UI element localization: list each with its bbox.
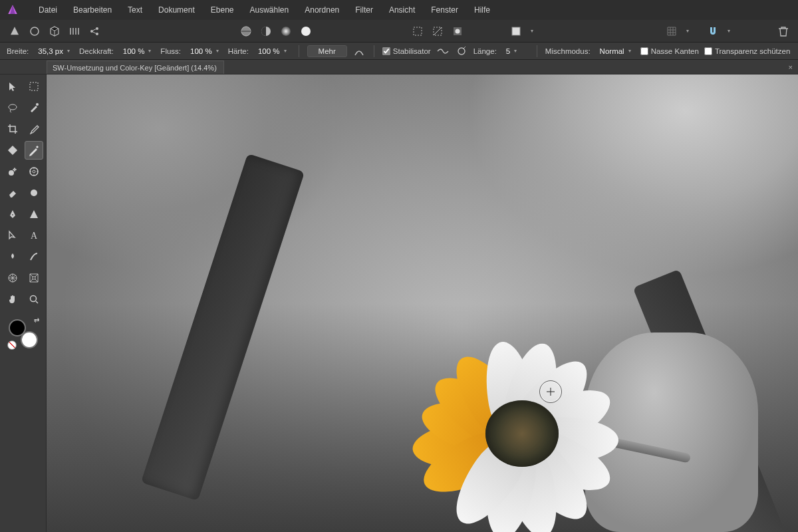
window-mode-icon[interactable] <box>455 45 468 58</box>
separator <box>299 45 299 57</box>
pen-tool[interactable] <box>3 205 22 223</box>
menu-hilfe[interactable]: Hilfe <box>466 0 498 20</box>
node-tool[interactable] <box>3 226 22 245</box>
background-color-well[interactable] <box>21 331 38 348</box>
quickmask-icon[interactable] <box>450 23 466 39</box>
text-tool[interactable]: A <box>25 226 43 245</box>
shape-tool[interactable] <box>25 205 43 223</box>
blendmode-field[interactable]: Normal <box>596 47 635 55</box>
menu-auswaehlen[interactable]: Auswählen <box>241 0 297 20</box>
hand-tool[interactable] <box>3 290 22 309</box>
color-wells[interactable]: ⇄ <box>9 319 38 348</box>
svg-point-17 <box>9 104 17 110</box>
color-picker-tool[interactable] <box>25 120 43 138</box>
width-field[interactable]: 35,3 px <box>34 47 74 55</box>
rope-mode-icon[interactable] <box>436 45 450 58</box>
menu-ebene[interactable]: Ebene <box>203 0 242 20</box>
main-toolbar: ▾ ▾ ▾ <box>0 20 798 43</box>
grid-dropdown-icon[interactable]: ▾ <box>684 23 692 39</box>
marquee-tool[interactable] <box>25 77 43 96</box>
trash-icon[interactable] <box>775 23 791 39</box>
wet-edges-checkbox[interactable]: Nasse Kanten <box>640 47 699 55</box>
tool-grid: A <box>3 77 43 309</box>
cube-icon[interactable] <box>47 23 63 39</box>
dodge-tool[interactable] <box>25 184 43 202</box>
document-tab-bar: SW-Umsetzung und Color-Key [Geändert] (1… <box>0 60 798 74</box>
menu-fenster[interactable]: Fenster <box>423 0 466 20</box>
magnet-dropdown-icon[interactable]: ▾ <box>725 23 733 39</box>
pressure-icon[interactable] <box>352 45 366 58</box>
opacity-label: Deckkraft: <box>79 47 114 55</box>
protect-alpha-checkbox[interactable]: Transparenz schützen <box>704 47 790 55</box>
magnet-icon[interactable] <box>705 23 721 39</box>
lasso-tool[interactable] <box>3 98 22 117</box>
svg-point-23 <box>33 170 35 173</box>
brush-grad-icon[interactable] <box>278 23 294 39</box>
brush-soft-icon[interactable] <box>238 23 254 39</box>
menu-bar: Datei Bearbeiten Text Dokument Ebene Aus… <box>0 0 798 20</box>
menu-text[interactable]: Text <box>120 0 150 20</box>
toolbar-group-left <box>7 23 102 39</box>
swatch-icon[interactable] <box>508 23 524 39</box>
menu-datei[interactable]: Datei <box>31 0 65 20</box>
swap-colors-icon[interactable]: ⇄ <box>34 317 39 324</box>
stabiliser-input[interactable] <box>382 47 390 55</box>
selection-group <box>410 23 466 39</box>
workspace: A ⇄ <box>0 74 798 532</box>
length-field[interactable]: 5 <box>502 47 529 55</box>
separator <box>374 45 374 57</box>
hardness-label: Härte: <box>228 47 249 55</box>
hardness-field[interactable]: 100 % <box>254 47 291 55</box>
svg-point-2 <box>96 27 98 30</box>
document-tab-title: SW-Umsetzung und Color-Key [Geändert] (1… <box>53 64 217 72</box>
circle-tool-icon[interactable] <box>27 23 43 39</box>
diagonal-icon[interactable] <box>430 23 446 39</box>
share-icon[interactable] <box>86 23 102 39</box>
marquee-icon[interactable] <box>410 23 426 39</box>
wet-edges-input[interactable] <box>640 47 648 55</box>
stabiliser-checkbox[interactable]: Stabilisator <box>382 47 431 55</box>
vector-brush-tool[interactable] <box>25 247 43 266</box>
paint-brush-tool[interactable] <box>25 141 43 160</box>
healing-tool[interactable] <box>25 162 43 181</box>
smudge-tool[interactable] <box>3 247 22 266</box>
menu-dokument[interactable]: Dokument <box>150 0 203 20</box>
clone-tool[interactable] <box>3 162 22 181</box>
crop-tool[interactable] <box>3 120 22 138</box>
eraser-tool[interactable] <box>3 184 22 202</box>
length-label: Länge: <box>473 47 497 55</box>
move-tool[interactable] <box>3 77 22 96</box>
zoom-tool[interactable] <box>25 290 43 309</box>
snap-group: ▾ ▾ <box>664 23 733 39</box>
grid-icon[interactable] <box>664 23 680 39</box>
brush-solid-icon[interactable] <box>298 23 314 39</box>
selection-brush-tool[interactable] <box>25 98 43 117</box>
perspective-tool[interactable] <box>25 269 43 287</box>
svg-point-18 <box>36 103 39 106</box>
svg-text:A: A <box>31 231 38 241</box>
more-button[interactable]: Mehr <box>307 45 347 57</box>
brush-preview-group <box>238 23 314 39</box>
bars-icon[interactable] <box>66 23 82 39</box>
document-tab[interactable]: SW-Umsetzung und Color-Key [Geändert] (1… <box>47 61 224 74</box>
flood-fill-tool[interactable] <box>3 141 22 160</box>
brush-half-icon[interactable] <box>258 23 274 39</box>
protect-alpha-input[interactable] <box>704 47 712 55</box>
app-icon[interactable] <box>7 23 23 39</box>
close-document-icon[interactable]: × <box>789 63 793 71</box>
menu-anordnen[interactable]: Anordnen <box>297 0 347 20</box>
app-logo-icon <box>5 3 20 17</box>
menu-bearbeiten[interactable]: Bearbeiten <box>65 0 120 20</box>
menu-ansicht[interactable]: Ansicht <box>381 0 423 20</box>
swatch-dropdown-icon[interactable]: ▾ <box>528 23 536 39</box>
opacity-field[interactable]: 100 % <box>119 47 156 55</box>
flow-field[interactable]: 100 % <box>186 47 223 55</box>
svg-point-25 <box>12 214 13 215</box>
stabiliser-label: Stabilisator <box>393 47 431 55</box>
swatch-group: ▾ <box>508 23 536 39</box>
width-label: Breite: <box>7 47 29 55</box>
menu-filter[interactable]: Filter <box>347 0 381 20</box>
canvas[interactable] <box>47 74 798 532</box>
no-color-icon[interactable] <box>7 340 17 350</box>
mesh-tool[interactable] <box>3 269 22 287</box>
